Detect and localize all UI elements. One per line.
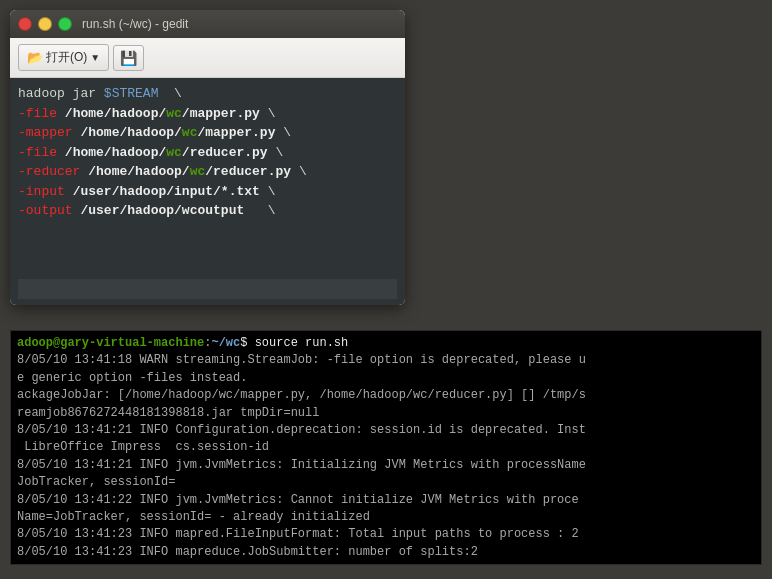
prompt-user: adoop@gary-virtual-machine bbox=[17, 336, 204, 350]
close-button[interactable] bbox=[18, 17, 32, 31]
minimize-button[interactable] bbox=[38, 17, 52, 31]
dropdown-arrow-icon: ▼ bbox=[90, 52, 100, 63]
terminal-line: 8/05/10 13:41:21 INFO jvm.JvmMetrics: In… bbox=[17, 457, 755, 474]
terminal-line: 8/05/10 13:41:23 INFO mapreduce.JobSubmi… bbox=[17, 544, 755, 561]
terminal-line: JobTracker, sessionId= bbox=[17, 474, 755, 491]
terminal-line: ackageJobJar: [/home/hadoop/wc/mapper.py… bbox=[17, 387, 755, 404]
terminal-window[interactable]: adoop@gary-virtual-machine:~/wc$ source … bbox=[10, 330, 762, 565]
terminal-line: reamjob8676272448181398818.jar tmpDir=nu… bbox=[17, 405, 755, 422]
save-button[interactable]: 💾 bbox=[113, 45, 144, 71]
terminal-line: e generic option -files instead. bbox=[17, 370, 755, 387]
window-title: run.sh (~/wc) - gedit bbox=[82, 17, 188, 31]
terminal-line: 8/05/10 13:41:18 WARN streaming.StreamJo… bbox=[17, 352, 755, 369]
terminal-line: Name=JobTracker, sessionId= - already in… bbox=[17, 509, 755, 526]
open-label: 打开(O) bbox=[46, 49, 87, 66]
code-line bbox=[18, 221, 397, 241]
terminal-prompt-line: adoop@gary-virtual-machine:~/wc$ source … bbox=[17, 335, 755, 352]
code-line: -file /home/hadoop/wc/mapper.py \ bbox=[18, 104, 397, 124]
code-line: -reducer /home/hadoop/wc/reducer.py \ bbox=[18, 162, 397, 182]
terminal-line: 8/05/10 13:41:23 INFO mapred.FileInputFo… bbox=[17, 526, 755, 543]
prompt-dir: ~/wc bbox=[211, 336, 240, 350]
open-icon: 📂 bbox=[27, 50, 43, 65]
gedit-toolbar: 📂 打开(O) ▼ 💾 bbox=[10, 38, 405, 78]
save-icon: 💾 bbox=[120, 50, 137, 66]
code-line bbox=[18, 240, 397, 260]
terminal-line: 8/05/10 13:41:22 INFO jvm.JvmMetrics: Ca… bbox=[17, 492, 755, 509]
code-line: -output /user/hadoop/wcoutput \ bbox=[18, 201, 397, 221]
code-editor[interactable]: hadoop jar $STREAM \ -file /home/hadoop/… bbox=[10, 78, 405, 305]
terminal-line: LibreOffice Impress cs.session-id bbox=[17, 439, 755, 456]
code-line bbox=[18, 260, 397, 280]
code-line bbox=[18, 279, 397, 299]
maximize-button[interactable] bbox=[58, 17, 72, 31]
titlebar: run.sh (~/wc) - gedit bbox=[10, 10, 405, 38]
terminal-content: adoop@gary-virtual-machine:~/wc$ source … bbox=[11, 331, 761, 565]
code-line: -input /user/hadoop/input/*.txt \ bbox=[18, 182, 397, 202]
gedit-window: run.sh (~/wc) - gedit 📂 打开(O) ▼ 💾 hadoop… bbox=[10, 10, 405, 305]
code-line: -mapper /home/hadoop/wc/mapper.py \ bbox=[18, 123, 397, 143]
code-line: hadoop jar $STREAM \ bbox=[18, 84, 397, 104]
code-line: -file /home/hadoop/wc/reducer.py \ bbox=[18, 143, 397, 163]
prompt-symbol: $ source run.sh bbox=[240, 336, 348, 350]
terminal-line: 8/05/10 13:41:21 INFO Configuration.depr… bbox=[17, 422, 755, 439]
open-button[interactable]: 📂 打开(O) ▼ bbox=[18, 44, 109, 71]
